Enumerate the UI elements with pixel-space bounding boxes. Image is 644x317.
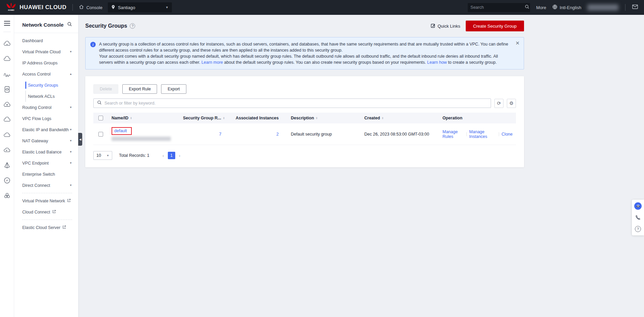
select-all-checkbox[interactable] xyxy=(98,116,103,120)
chevron-down-icon: ▼ xyxy=(69,106,72,109)
total-records: Total Records: 1 xyxy=(119,153,149,158)
security-group-name-link[interactable]: default xyxy=(114,128,127,133)
column-header-security-group-rules[interactable]: Security Group R...▲▼ xyxy=(180,116,230,120)
instances-count-link[interactable]: 2 xyxy=(276,132,279,137)
sidebar-item-security-groups[interactable]: Security Groups xyxy=(14,80,78,91)
sidebar-item-elastic-ip-bandwidth[interactable]: Elastic IP and Bandwidth▼ xyxy=(14,124,78,135)
operation-divider xyxy=(499,132,499,136)
table-filter-input[interactable] xyxy=(104,101,487,106)
sidebar-item-nat-gateway[interactable]: NAT Gateway▼ xyxy=(14,135,78,146)
annotation-highlight-box: default xyxy=(112,127,132,135)
cloud-server-icon[interactable] xyxy=(0,36,14,51)
help-question-icon[interactable]: ? xyxy=(634,225,642,233)
create-security-group-button[interactable]: Create Security Group xyxy=(466,21,524,31)
manage-rules-link[interactable]: Manage Rules xyxy=(442,129,464,139)
sidebar-item-enterprise-switch[interactable]: Enterprise Switch xyxy=(14,169,78,180)
rules-count-link[interactable]: 7 xyxy=(219,132,221,137)
row-checkbox[interactable] xyxy=(98,132,103,137)
cloud-upload-icon[interactable] xyxy=(0,97,14,112)
phone-icon[interactable] xyxy=(634,214,642,221)
console-home-link[interactable]: Console xyxy=(79,4,102,10)
current-page-button[interactable]: 1 xyxy=(168,152,175,159)
help-icon[interactable]: ? xyxy=(130,23,135,29)
hamburger-menu-icon[interactable] xyxy=(4,20,10,27)
help-float-widget: ? xyxy=(632,200,644,235)
sort-icon[interactable]: ▲▼ xyxy=(316,117,318,119)
sidebar-item-vpc-endpoint[interactable]: VPC Endpoint▼ xyxy=(14,157,78,169)
brand[interactable]: HUAWEI HUAWEI CLOUD xyxy=(6,2,66,12)
sidebar-item-elastic-cloud-server[interactable]: Elastic Cloud Server xyxy=(14,222,78,233)
sidebar-item-access-control[interactable]: Access Control▲ xyxy=(14,68,78,80)
chevron-down-icon: ▼ xyxy=(69,162,72,165)
column-header-name-id[interactable]: Name/ID▲▼ xyxy=(108,116,180,120)
icon-rail: IP xyxy=(0,15,14,317)
device-cloud-icon[interactable] xyxy=(0,82,14,97)
quick-links-button[interactable]: Quick Links xyxy=(431,23,460,29)
clone-link[interactable]: Clone xyxy=(501,132,513,137)
cloud-icon[interactable] xyxy=(0,127,14,142)
sidebar-item-ip-address-groups[interactable]: IP Address Groups xyxy=(14,57,78,68)
more-menu[interactable]: More xyxy=(536,5,546,10)
sidebar-item-network-acls[interactable]: Network ACLs xyxy=(14,91,78,102)
column-header-created[interactable]: Created▲▼ xyxy=(361,116,439,120)
sidebar-item-routing-control[interactable]: Routing Control▼ xyxy=(14,102,78,113)
language-selector[interactable]: Intl-English xyxy=(552,4,581,10)
refresh-button[interactable]: ⟳ xyxy=(494,99,503,108)
sidebar-item-vpc-flow-logs[interactable]: VPC Flow Logs xyxy=(14,113,78,124)
search-icon[interactable] xyxy=(525,4,529,10)
region-selector[interactable]: Santiago ▼ xyxy=(108,2,172,12)
sidebar-item-dashboard[interactable]: Dashboard xyxy=(14,35,78,46)
account-name-redacted[interactable] xyxy=(587,4,618,10)
banner-text: A security group is a collection of acce… xyxy=(99,41,512,65)
export-button[interactable]: Export xyxy=(161,84,186,94)
nav-search-icon[interactable] xyxy=(67,22,72,28)
global-search[interactable] xyxy=(468,3,530,12)
svg-text:HUAWEI: HUAWEI xyxy=(8,9,14,11)
export-rule-button[interactable]: Export Rule xyxy=(122,84,157,94)
learn-more-link[interactable]: Learn more xyxy=(202,60,223,65)
global-search-input[interactable] xyxy=(470,5,525,10)
manage-instances-link[interactable]: Manage Instances xyxy=(469,129,496,139)
cloud-ellipsis-icon[interactable] xyxy=(0,51,14,66)
topbar-divider xyxy=(625,4,625,11)
column-header-description[interactable]: Description▲▼ xyxy=(287,116,361,120)
sort-icon[interactable]: ▲▼ xyxy=(382,117,384,119)
sidebar-item-virtual-private-cloud[interactable]: Virtual Private Cloud▼ xyxy=(14,46,78,57)
sidebar-item-direct-connect[interactable]: Direct Connect▼ xyxy=(14,180,78,191)
sidebar-item-cloud-connect[interactable]: Cloud Connect xyxy=(14,206,78,218)
next-page-button[interactable]: › xyxy=(178,153,181,158)
sidebar-collapse-handle[interactable]: ◀ xyxy=(78,133,82,146)
support-agent-icon[interactable] xyxy=(634,202,642,210)
nav-title: Network Console xyxy=(22,22,64,28)
created-cell: Dec 26, 2023 08:53:00 GMT-03:00 xyxy=(364,132,429,137)
security-groups-table: Name/ID▲▼ Security Group R...▲▼ Associat… xyxy=(93,113,516,145)
info-banner: i A security group is a collection of ac… xyxy=(85,37,524,69)
messages-icon[interactable] xyxy=(632,4,638,10)
chevron-down-icon: ▼ xyxy=(69,150,72,153)
sidebar-item-elastic-load-balance[interactable]: Elastic Load Balance▼ xyxy=(14,146,78,157)
nat-gateway-icon[interactable] xyxy=(0,157,14,173)
waves-icon[interactable] xyxy=(0,66,14,82)
globe-icon xyxy=(552,4,557,10)
table-filter[interactable] xyxy=(93,98,491,108)
page-title: Security Groups xyxy=(85,23,127,29)
banner-close-icon[interactable]: ✕ xyxy=(515,40,520,46)
chevron-down-icon: ▼ xyxy=(69,50,72,53)
sidebar-item-virtual-private-network[interactable]: Virtual Private Network xyxy=(14,195,78,206)
sort-icon[interactable]: ▲▼ xyxy=(223,117,225,119)
rail-divider xyxy=(3,32,11,32)
prev-page-button[interactable]: ‹ xyxy=(161,153,165,158)
delete-button[interactable]: Delete xyxy=(93,84,118,94)
nav-divider xyxy=(14,33,78,33)
settings-gear-button[interactable]: ⚙ xyxy=(507,99,516,108)
banner-paragraph-2: Your account comes with a default securi… xyxy=(99,53,512,65)
cloud-dots-icon[interactable] xyxy=(0,112,14,127)
region-label: Santiago xyxy=(118,5,135,10)
sort-icon[interactable]: ▲▼ xyxy=(130,117,132,119)
cluster-icon[interactable] xyxy=(0,188,14,203)
page-size-select[interactable]: 10 ▼ xyxy=(93,151,112,160)
learn-how-link[interactable]: Learn how xyxy=(427,60,447,65)
ip-address-icon[interactable]: IP xyxy=(0,173,14,188)
external-link-icon xyxy=(67,199,71,203)
cloud-gauge-icon[interactable] xyxy=(0,142,14,157)
